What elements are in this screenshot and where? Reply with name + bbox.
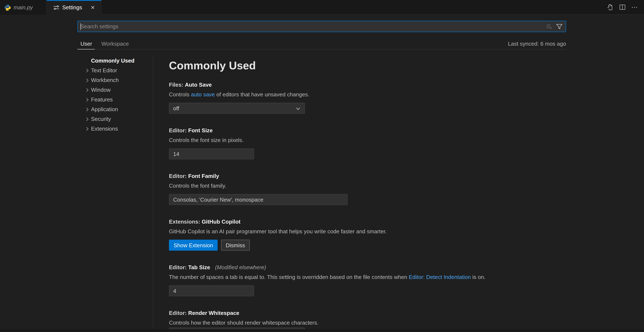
setting-category: Editor: — [169, 310, 187, 316]
font-size-input[interactable] — [169, 148, 254, 159]
toc-item-label: Text Editor — [91, 67, 117, 74]
page-title: Commonly Used — [169, 59, 566, 72]
toc-item-label: Window — [91, 87, 111, 93]
chevron-right-icon — [84, 67, 90, 74]
chevron-right-icon — [84, 116, 90, 122]
editor-tab-bar: main.py Settings ✕ — [0, 0, 644, 15]
search-input[interactable] — [78, 21, 546, 32]
toc-item-label: Features — [91, 96, 113, 103]
toc-item-text-editor[interactable]: Text Editor — [78, 65, 153, 75]
chevron-right-icon — [84, 86, 90, 93]
setting-description: GitHub Copilot is an AI pair programmer … — [169, 228, 566, 235]
setting-name: Font Family — [188, 173, 219, 179]
setting-category: Files: — [169, 82, 183, 88]
scope-tab-bar: User Workspace Last synced: 6 mos ago — [78, 38, 566, 49]
setting-name: Font Size — [188, 127, 213, 134]
setting-description: The number of spaces a tab is equal to. … — [169, 274, 409, 280]
setting-description: of editors that have unsaved changes. — [215, 91, 310, 98]
auto-save-selected-value: off — [173, 105, 179, 111]
scope-tab-user-label: User — [80, 40, 92, 47]
setting-row-editor-font-size: Editor: Font Size Controls the font size… — [169, 127, 566, 159]
more-actions-icon[interactable]: ⋯ — [631, 4, 638, 10]
font-family-input[interactable] — [169, 194, 348, 205]
setting-name: Render Whitespace — [188, 310, 239, 316]
chevron-right-icon — [84, 77, 90, 83]
auto-save-link[interactable]: auto save — [191, 91, 215, 98]
toc-item-commonly-used[interactable]: Commonly Used — [78, 56, 153, 65]
setting-name: Auto Save — [185, 82, 212, 88]
tab-settings-label: Settings — [62, 4, 82, 10]
dismiss-button[interactable]: Dismiss — [221, 240, 250, 251]
setting-description: Controls — [169, 91, 191, 98]
toc-item-label: Application — [91, 106, 118, 112]
settings-sliders-icon — [53, 4, 60, 11]
setting-description: is on. — [471, 274, 486, 280]
setting-row-github-copilot: Extensions: GitHub Copilot GitHub Copilo… — [169, 218, 566, 251]
scope-tab-workspace-label: Workspace — [102, 40, 129, 47]
chevron-down-icon — [295, 105, 302, 112]
tab-main-py-label: main.py — [14, 4, 33, 10]
toc-item-window[interactable]: Window — [78, 85, 153, 95]
last-synced-status: Last synced: 6 mos ago — [508, 40, 566, 47]
toc-item-extensions[interactable]: Extensions — [78, 124, 153, 134]
setting-description: Controls the font family. — [169, 182, 566, 190]
setting-name: GitHub Copilot — [202, 218, 240, 225]
search-actions — [546, 23, 566, 30]
filter-icon[interactable] — [556, 23, 563, 30]
tab-main-py[interactable]: main.py — [0, 0, 46, 15]
scope-tab-workspace[interactable]: Workspace — [98, 38, 132, 49]
toc-item-label: Commonly Used — [78, 57, 134, 64]
setting-row-render-whitespace: Editor: Render Whitespace Controls how t… — [169, 309, 566, 327]
tab-settings[interactable]: Settings ✕ — [46, 0, 102, 15]
toc-item-label: Security — [91, 116, 111, 122]
setting-row-files-auto-save: Files: Auto Save Controls auto save of e… — [169, 81, 566, 114]
toc-item-label: Workbench — [91, 77, 119, 83]
toc-item-workbench[interactable]: Workbench — [78, 75, 153, 85]
open-settings-json-icon[interactable] — [607, 4, 614, 10]
toc-item-application[interactable]: Application — [78, 104, 153, 114]
setting-category: Extensions: — [169, 218, 200, 225]
chevron-right-icon — [84, 96, 90, 103]
settings-editor-window: main.py Settings ✕ — [0, 0, 644, 332]
settings-toc: Commonly Used Text Editor Workbench Wind… — [78, 56, 153, 134]
detect-indentation-link[interactable]: Editor: Detect Indentation — [409, 274, 471, 280]
setting-description: Controls the font size in pixels. — [169, 137, 566, 144]
setting-description: Controls how the editor should render wh… — [169, 319, 566, 327]
toc-item-security[interactable]: Security — [78, 114, 153, 124]
toc-item-label: Extensions — [91, 126, 118, 132]
scope-tab-user[interactable]: User — [78, 38, 95, 49]
setting-row-editor-font-family: Editor: Font Family Controls the font fa… — [169, 172, 566, 205]
setting-row-editor-tab-size: Editor: Tab Size (Modified elsewhere) Th… — [169, 264, 566, 296]
modified-elsewhere-badge: (Modified elsewhere) — [215, 264, 266, 271]
setting-category: Editor: — [169, 173, 187, 179]
setting-name: Tab Size — [188, 264, 210, 271]
auto-save-select[interactable]: off — [169, 103, 305, 114]
chevron-right-icon — [84, 106, 90, 113]
text-caret — [80, 23, 81, 30]
settings-search-box — [78, 21, 566, 32]
split-editor-icon[interactable] — [619, 4, 626, 10]
show-extension-button[interactable]: Show Extension — [169, 240, 218, 251]
python-file-icon — [4, 4, 11, 11]
toc-item-features[interactable]: Features — [78, 95, 153, 104]
toc-resize-sash[interactable] — [153, 56, 153, 329]
editor-bottom-edge — [0, 329, 644, 332]
clear-search-icon[interactable] — [546, 23, 552, 30]
editor-actions: ⋯ — [607, 0, 644, 14]
close-tab-icon[interactable]: ✕ — [88, 3, 97, 12]
settings-content: Commonly Used Files: Auto Save Controls … — [169, 59, 566, 332]
tab-size-input[interactable] — [169, 285, 254, 296]
setting-category: Editor: — [169, 127, 187, 134]
setting-category: Editor: — [169, 264, 187, 271]
chevron-right-icon — [84, 125, 90, 132]
